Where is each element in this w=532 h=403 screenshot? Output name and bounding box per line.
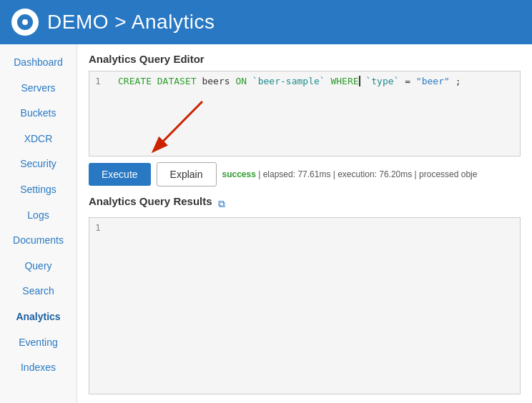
kw-equals: = [405,76,416,86]
kw-type-field: `type` [365,76,399,86]
logo-dot [22,19,28,25]
sidebar-item-buckets[interactable]: Buckets [0,101,77,126]
sidebar-item-eventing[interactable]: Eventing [0,330,77,356]
results-header: Analytics Query Results ⧉ [89,195,521,213]
line-number-1: 1 [95,76,109,86]
page-title: DEMO > Analytics [47,11,215,34]
kw-beers: beers [202,76,235,86]
explain-button[interactable]: Explain [157,162,217,186]
kw-where: WHERE [330,76,358,86]
kw-semicolon: ; [455,76,461,86]
sidebar-item-documents[interactable]: Documents [0,228,77,254]
logo-inner [17,14,33,30]
sidebar-item-logs[interactable]: Logs [0,203,77,229]
kw-create: CREATE DATASET [118,76,197,86]
sidebar: Dashboard Servers Buckets XDCR Security … [0,44,77,403]
kw-beer-value: "beer" [416,76,450,86]
query-toolbar: Execute Explain success | elapsed: 77.61… [89,162,521,186]
copy-icon[interactable]: ⧉ [218,198,225,210]
sidebar-item-search[interactable]: Search [0,279,77,304]
sidebar-item-query[interactable]: Query [0,254,77,279]
kw-on: ON [235,76,247,86]
app-logo [11,9,39,36]
code-line-1: CREATE DATASET beers ON `beer-sample` WH… [118,76,514,86]
sidebar-item-xdcr[interactable]: XDCR [0,126,77,152]
sidebar-item-dashboard[interactable]: Dashboard [0,50,77,76]
execute-button[interactable]: Execute [89,163,151,186]
results-line-number: 1 [95,222,109,233]
main-content: Analytics Query Editor 1 CREATE DATASET … [77,44,532,403]
results-title: Analytics Query Results [89,195,212,207]
sidebar-item-security[interactable]: Security [0,151,77,177]
main-layout: Dashboard Servers Buckets XDCR Security … [0,44,532,403]
status-bar: success | elapsed: 77.61ms | execution: … [222,169,478,179]
results-line-1: 1 [89,218,520,237]
results-area[interactable]: 1 [89,217,521,394]
editor-title: Analytics Query Editor [89,53,521,65]
cursor [359,76,360,86]
sidebar-item-indexes[interactable]: Indexes [0,355,77,381]
kw-beer-sample: `beer-sample` [252,76,325,86]
app-header: DEMO > Analytics [0,0,532,44]
status-detail: | elapsed: 77.61ms | execution: 76.20ms … [258,169,477,179]
sidebar-item-settings[interactable]: Settings [0,177,77,203]
sidebar-item-analytics[interactable]: Analytics [0,304,77,330]
status-success-label: success [222,169,256,179]
query-editor[interactable]: 1 CREATE DATASET beers ON `beer-sample` … [89,71,521,156]
editor-line-1: 1 CREATE DATASET beers ON `beer-sample` … [89,71,520,91]
sidebar-item-servers[interactable]: Servers [0,76,77,101]
